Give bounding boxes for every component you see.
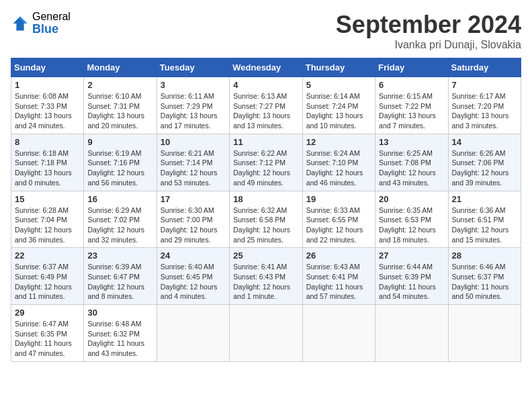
column-header-wednesday: Wednesday bbox=[230, 58, 302, 77]
day-number: 3 bbox=[161, 80, 226, 90]
day-info: Sunrise: 6:30 AM Sunset: 7:00 PM Dayligh… bbox=[161, 205, 226, 245]
day-info: Sunrise: 6:21 AM Sunset: 7:14 PM Dayligh… bbox=[161, 148, 226, 188]
day-number: 8 bbox=[15, 137, 80, 147]
calendar-cell: 17Sunrise: 6:30 AM Sunset: 7:00 PM Dayli… bbox=[157, 191, 229, 248]
page-header: General Blue September 2024 Ivanka pri D… bbox=[11, 11, 521, 51]
calendar-cell: 28Sunrise: 6:46 AM Sunset: 6:37 PM Dayli… bbox=[448, 248, 521, 305]
day-info: Sunrise: 6:24 AM Sunset: 7:10 PM Dayligh… bbox=[306, 148, 371, 188]
day-number: 20 bbox=[379, 194, 444, 204]
column-header-friday: Friday bbox=[375, 58, 448, 77]
calendar-cell: 30Sunrise: 6:48 AM Sunset: 6:32 PM Dayli… bbox=[84, 305, 157, 362]
column-header-monday: Monday bbox=[84, 58, 157, 77]
day-number: 14 bbox=[452, 137, 517, 147]
day-number: 9 bbox=[87, 137, 152, 147]
calendar-cell bbox=[375, 305, 448, 362]
day-number: 13 bbox=[379, 137, 444, 147]
day-info: Sunrise: 6:11 AM Sunset: 7:29 PM Dayligh… bbox=[161, 91, 226, 131]
day-number: 29 bbox=[15, 308, 80, 318]
calendar-cell: 10Sunrise: 6:21 AM Sunset: 7:14 PM Dayli… bbox=[157, 134, 229, 191]
column-header-saturday: Saturday bbox=[448, 58, 521, 77]
day-info: Sunrise: 6:33 AM Sunset: 6:55 PM Dayligh… bbox=[306, 205, 371, 245]
day-info: Sunrise: 6:14 AM Sunset: 7:24 PM Dayligh… bbox=[306, 91, 371, 131]
logo: General Blue bbox=[11, 11, 71, 36]
calendar-cell: 20Sunrise: 6:35 AM Sunset: 6:53 PM Dayli… bbox=[375, 191, 448, 248]
logo-icon bbox=[11, 14, 30, 33]
calendar-cell: 4Sunrise: 6:13 AM Sunset: 7:27 PM Daylig… bbox=[230, 77, 302, 134]
logo-blue: Blue bbox=[32, 23, 71, 36]
calendar-cell: 6Sunrise: 6:15 AM Sunset: 7:22 PM Daylig… bbox=[375, 77, 448, 134]
calendar-cell: 12Sunrise: 6:24 AM Sunset: 7:10 PM Dayli… bbox=[302, 134, 375, 191]
day-info: Sunrise: 6:37 AM Sunset: 6:49 PM Dayligh… bbox=[15, 262, 80, 302]
day-number: 27 bbox=[379, 250, 444, 261]
calendar-cell: 25Sunrise: 6:41 AM Sunset: 6:43 PM Dayli… bbox=[230, 248, 302, 305]
calendar-cell: 21Sunrise: 6:36 AM Sunset: 6:51 PM Dayli… bbox=[448, 191, 521, 248]
calendar-week-row: 1Sunrise: 6:08 AM Sunset: 7:33 PM Daylig… bbox=[11, 77, 521, 134]
day-info: Sunrise: 6:18 AM Sunset: 7:18 PM Dayligh… bbox=[15, 148, 80, 188]
title-block: September 2024 Ivanka pri Dunaji, Slovak… bbox=[336, 11, 521, 51]
day-number: 2 bbox=[87, 80, 152, 90]
day-info: Sunrise: 6:22 AM Sunset: 7:12 PM Dayligh… bbox=[233, 148, 298, 188]
day-info: Sunrise: 6:48 AM Sunset: 6:32 PM Dayligh… bbox=[87, 319, 152, 359]
calendar-week-row: 29Sunrise: 6:47 AM Sunset: 6:35 PM Dayli… bbox=[11, 305, 521, 362]
day-number: 26 bbox=[306, 250, 371, 261]
calendar-cell: 5Sunrise: 6:14 AM Sunset: 7:24 PM Daylig… bbox=[302, 77, 375, 134]
day-info: Sunrise: 6:44 AM Sunset: 6:39 PM Dayligh… bbox=[379, 262, 444, 302]
calendar-cell: 8Sunrise: 6:18 AM Sunset: 7:18 PM Daylig… bbox=[11, 134, 84, 191]
calendar-cell: 18Sunrise: 6:32 AM Sunset: 6:58 PM Dayli… bbox=[230, 191, 302, 248]
month-year: September 2024 bbox=[336, 11, 521, 39]
calendar-cell: 1Sunrise: 6:08 AM Sunset: 7:33 PM Daylig… bbox=[11, 77, 84, 134]
day-number: 18 bbox=[233, 194, 298, 204]
calendar-cell bbox=[157, 305, 229, 362]
day-info: Sunrise: 6:10 AM Sunset: 7:31 PM Dayligh… bbox=[87, 91, 152, 131]
day-info: Sunrise: 6:35 AM Sunset: 6:53 PM Dayligh… bbox=[379, 205, 444, 245]
calendar-table: SundayMondayTuesdayWednesdayThursdayFrid… bbox=[11, 58, 521, 362]
calendar-cell bbox=[230, 305, 302, 362]
calendar-cell: 3Sunrise: 6:11 AM Sunset: 7:29 PM Daylig… bbox=[157, 77, 229, 134]
calendar-cell: 26Sunrise: 6:43 AM Sunset: 6:41 PM Dayli… bbox=[302, 248, 375, 305]
calendar-header-row: SundayMondayTuesdayWednesdayThursdayFrid… bbox=[11, 58, 521, 77]
day-number: 5 bbox=[306, 80, 371, 90]
day-number: 6 bbox=[379, 80, 444, 90]
column-header-tuesday: Tuesday bbox=[157, 58, 229, 77]
day-info: Sunrise: 6:47 AM Sunset: 6:35 PM Dayligh… bbox=[15, 319, 80, 359]
calendar-cell: 13Sunrise: 6:25 AM Sunset: 7:08 PM Dayli… bbox=[375, 134, 448, 191]
day-number: 21 bbox=[452, 194, 517, 204]
day-number: 17 bbox=[161, 194, 226, 204]
day-number: 1 bbox=[15, 80, 80, 90]
day-number: 7 bbox=[452, 80, 517, 90]
day-info: Sunrise: 6:13 AM Sunset: 7:27 PM Dayligh… bbox=[233, 91, 298, 131]
column-header-thursday: Thursday bbox=[302, 58, 375, 77]
day-number: 23 bbox=[87, 250, 152, 261]
day-number: 16 bbox=[87, 194, 152, 204]
calendar-week-row: 22Sunrise: 6:37 AM Sunset: 6:49 PM Dayli… bbox=[11, 248, 521, 305]
logo-text: General Blue bbox=[32, 11, 71, 36]
calendar-cell: 27Sunrise: 6:44 AM Sunset: 6:39 PM Dayli… bbox=[375, 248, 448, 305]
day-number: 25 bbox=[233, 250, 298, 261]
column-header-sunday: Sunday bbox=[11, 58, 84, 77]
calendar-cell: 15Sunrise: 6:28 AM Sunset: 7:04 PM Dayli… bbox=[11, 191, 84, 248]
calendar-week-row: 8Sunrise: 6:18 AM Sunset: 7:18 PM Daylig… bbox=[11, 134, 521, 191]
calendar-cell: 2Sunrise: 6:10 AM Sunset: 7:31 PM Daylig… bbox=[84, 77, 157, 134]
calendar-cell: 7Sunrise: 6:17 AM Sunset: 7:20 PM Daylig… bbox=[448, 77, 521, 134]
calendar-cell: 23Sunrise: 6:39 AM Sunset: 6:47 PM Dayli… bbox=[84, 248, 157, 305]
calendar-cell: 9Sunrise: 6:19 AM Sunset: 7:16 PM Daylig… bbox=[84, 134, 157, 191]
day-info: Sunrise: 6:28 AM Sunset: 7:04 PM Dayligh… bbox=[15, 205, 80, 245]
day-number: 19 bbox=[306, 194, 371, 204]
day-info: Sunrise: 6:43 AM Sunset: 6:41 PM Dayligh… bbox=[306, 262, 371, 302]
calendar-cell: 14Sunrise: 6:26 AM Sunset: 7:06 PM Dayli… bbox=[448, 134, 521, 191]
day-number: 15 bbox=[15, 194, 80, 204]
calendar-cell: 11Sunrise: 6:22 AM Sunset: 7:12 PM Dayli… bbox=[230, 134, 302, 191]
day-info: Sunrise: 6:41 AM Sunset: 6:43 PM Dayligh… bbox=[233, 262, 298, 302]
calendar-cell bbox=[448, 305, 521, 362]
day-number: 24 bbox=[161, 250, 226, 261]
day-info: Sunrise: 6:17 AM Sunset: 7:20 PM Dayligh… bbox=[452, 91, 517, 131]
day-number: 4 bbox=[233, 80, 298, 90]
calendar-cell bbox=[302, 305, 375, 362]
day-info: Sunrise: 6:19 AM Sunset: 7:16 PM Dayligh… bbox=[87, 148, 152, 188]
calendar-cell: 29Sunrise: 6:47 AM Sunset: 6:35 PM Dayli… bbox=[11, 305, 84, 362]
logo-general: General bbox=[32, 11, 71, 23]
calendar-week-row: 15Sunrise: 6:28 AM Sunset: 7:04 PM Dayli… bbox=[11, 191, 521, 248]
calendar-cell: 16Sunrise: 6:29 AM Sunset: 7:02 PM Dayli… bbox=[84, 191, 157, 248]
day-info: Sunrise: 6:46 AM Sunset: 6:37 PM Dayligh… bbox=[452, 262, 517, 302]
day-info: Sunrise: 6:29 AM Sunset: 7:02 PM Dayligh… bbox=[87, 205, 152, 245]
